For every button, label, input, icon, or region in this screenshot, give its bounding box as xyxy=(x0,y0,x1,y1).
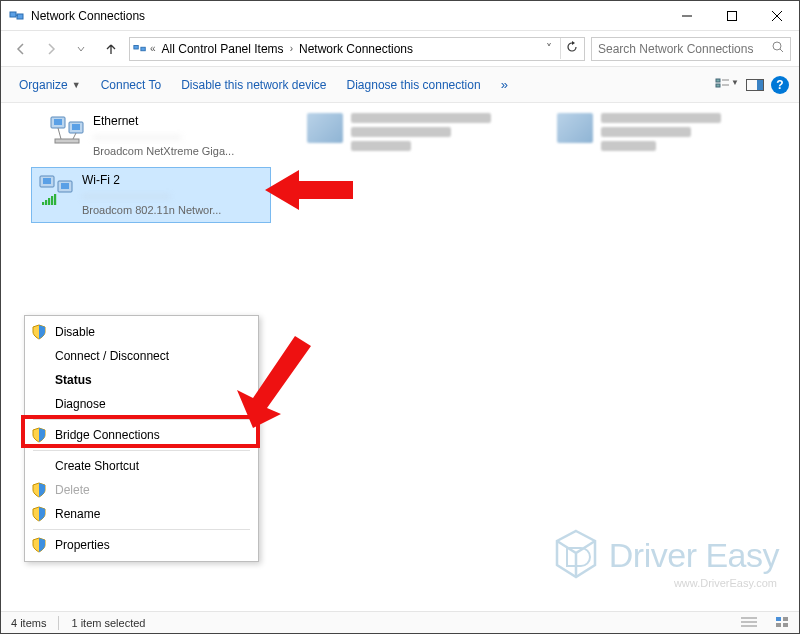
menu-properties[interactable]: Properties xyxy=(25,533,258,557)
menu-status[interactable]: Status xyxy=(25,368,258,392)
selection-count: 1 item selected xyxy=(71,617,145,629)
connect-to-button[interactable]: Connect To xyxy=(93,74,170,96)
svg-rect-19 xyxy=(54,119,62,125)
close-button[interactable] xyxy=(754,1,799,30)
forward-button[interactable] xyxy=(39,37,63,61)
shield-icon xyxy=(31,482,47,498)
connection-name: Wi-Fi 2 xyxy=(82,172,221,188)
connection-redacted-1[interactable] xyxy=(301,109,541,155)
status-separator xyxy=(58,616,59,630)
connection-adapter: Broadcom 802.11n Networ... xyxy=(82,203,221,218)
minimize-button[interactable] xyxy=(664,1,709,30)
context-menu: Disable Connect / Disconnect Status Diag… xyxy=(24,315,259,562)
connection-wifi2[interactable]: Wi-Fi 2 ———————— Broadcom 802.11n Networ… xyxy=(31,167,271,223)
disable-device-button[interactable]: Disable this network device xyxy=(173,74,334,96)
ethernet-icon xyxy=(49,113,85,149)
breadcrumb-sep: « xyxy=(150,43,156,54)
svg-rect-4 xyxy=(727,11,736,20)
menu-rename[interactable]: Rename xyxy=(25,502,258,526)
shield-icon xyxy=(31,427,47,443)
watermark-url: www.DriverEasy.com xyxy=(674,577,777,589)
svg-line-10 xyxy=(780,49,783,52)
watermark: Driver Easy www.DriverEasy.com xyxy=(553,529,779,581)
svg-line-22 xyxy=(58,128,61,139)
svg-rect-0 xyxy=(10,12,16,17)
back-button[interactable] xyxy=(9,37,33,61)
annotation-arrow-wifi xyxy=(265,163,355,217)
shield-icon xyxy=(31,324,47,340)
svg-rect-30 xyxy=(48,198,50,205)
svg-rect-32 xyxy=(54,194,56,205)
content-area: Ethernet ———————— Broadcom NetXtreme Gig… xyxy=(1,103,799,611)
svg-rect-7 xyxy=(134,45,138,49)
connection-ethernet[interactable]: Ethernet ———————— Broadcom NetXtreme Gig… xyxy=(43,109,283,163)
wifi-icon xyxy=(38,172,74,208)
svg-rect-40 xyxy=(776,623,781,627)
item-count: 4 items xyxy=(11,617,46,629)
view-options-button[interactable]: ▼ xyxy=(715,78,739,92)
maximize-button[interactable] xyxy=(709,1,754,30)
recent-dropdown[interactable] xyxy=(69,37,93,61)
window-title: Network Connections xyxy=(31,9,145,23)
svg-rect-8 xyxy=(141,47,145,51)
menu-bridge[interactable]: Bridge Connections xyxy=(25,423,258,447)
svg-rect-1 xyxy=(17,14,23,19)
menu-diagnose[interactable]: Diagnose xyxy=(25,392,258,416)
connection-name: Ethernet xyxy=(93,113,234,129)
view-large-icon[interactable] xyxy=(775,616,789,630)
svg-rect-38 xyxy=(776,617,781,621)
svg-marker-33 xyxy=(265,170,353,210)
window-controls xyxy=(664,1,799,30)
svg-rect-12 xyxy=(716,84,720,87)
toolbar: Organize ▼ Connect To Disable this netwo… xyxy=(1,67,799,103)
menu-separator xyxy=(33,529,250,530)
svg-rect-26 xyxy=(43,178,51,184)
connection-redacted-2[interactable] xyxy=(551,109,791,155)
breadcrumb-item[interactable]: All Control Panel Items xyxy=(158,40,288,58)
connection-status: ———————— xyxy=(93,129,234,144)
chevron-right-icon[interactable]: › xyxy=(290,43,293,54)
menu-delete: Delete xyxy=(25,478,258,502)
svg-rect-28 xyxy=(42,202,44,205)
svg-rect-16 xyxy=(757,80,763,90)
connection-adapter: Broadcom NetXtreme Giga... xyxy=(93,144,234,159)
search-input[interactable] xyxy=(598,42,772,56)
chevron-down-icon: ▼ xyxy=(72,80,81,90)
svg-rect-29 xyxy=(45,200,47,205)
watermark-text: Driver Easy xyxy=(609,536,779,575)
menu-create-shortcut[interactable]: Create Shortcut xyxy=(25,454,258,478)
preview-pane-button[interactable] xyxy=(743,79,767,91)
address-bar[interactable]: « All Control Panel Items › Network Conn… xyxy=(129,37,585,61)
svg-point-9 xyxy=(773,42,781,50)
more-button[interactable]: » xyxy=(493,73,516,96)
refresh-button[interactable] xyxy=(560,38,582,59)
menu-separator xyxy=(33,419,250,420)
menu-connect-disconnect[interactable]: Connect / Disconnect xyxy=(25,344,258,368)
svg-rect-11 xyxy=(716,79,720,82)
svg-rect-31 xyxy=(51,196,53,205)
status-bar: 4 items 1 item selected xyxy=(1,611,799,633)
address-icon xyxy=(132,42,148,56)
connection-status: ———————— xyxy=(82,188,221,203)
search-icon xyxy=(772,41,784,56)
view-details-icon[interactable] xyxy=(741,616,757,630)
shield-icon xyxy=(31,537,47,553)
help-button[interactable]: ? xyxy=(771,76,789,94)
organize-button[interactable]: Organize ▼ xyxy=(11,74,89,96)
svg-rect-20 xyxy=(72,124,80,130)
shield-icon xyxy=(31,506,47,522)
navbar: « All Control Panel Items › Network Conn… xyxy=(1,31,799,67)
menu-disable[interactable]: Disable xyxy=(25,320,258,344)
svg-line-23 xyxy=(73,133,76,139)
search-box[interactable] xyxy=(591,37,791,61)
up-button[interactable] xyxy=(99,37,123,61)
titlebar: Network Connections xyxy=(1,1,799,31)
menu-separator xyxy=(33,450,250,451)
diagnose-button[interactable]: Diagnose this connection xyxy=(339,74,489,96)
breadcrumb-item[interactable]: Network Connections xyxy=(295,40,417,58)
window-icon xyxy=(9,8,25,24)
address-dropdown[interactable]: ˅ xyxy=(540,42,558,56)
svg-rect-41 xyxy=(783,623,788,627)
svg-rect-21 xyxy=(55,139,79,143)
svg-rect-39 xyxy=(783,617,788,621)
